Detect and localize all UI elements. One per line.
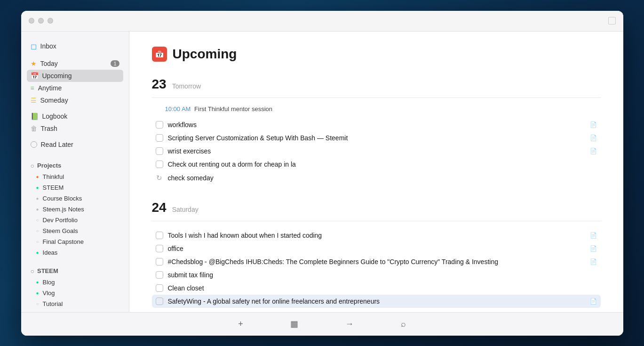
sidebar-item-today[interactable]: ★ Today 1 [27, 57, 123, 70]
tutorial-icon: ○ [36, 301, 39, 306]
add-task-button[interactable]: + [233, 316, 248, 332]
steem-section-header[interactable]: ○ STEEM [27, 266, 123, 277]
dev-portfolio-icon: ○ [36, 217, 39, 223]
task-checkbox-dorm[interactable] [156, 161, 163, 168]
blog-icon: ● [36, 280, 39, 285]
sidebar-item-someday[interactable]: ☰ Someday [27, 94, 123, 106]
calendar-view-button[interactable]: ▦ [286, 316, 303, 332]
task-item-tools[interactable]: Tools I wish I had known about when I st… [152, 229, 601, 242]
maximize-button[interactable] [48, 18, 53, 24]
task-item-safetywing[interactable]: SafetyWing - A global safety net for onl… [152, 295, 601, 308]
sidebar-upcoming-label: Upcoming [42, 72, 72, 80]
repeat-icon: ↻ [156, 174, 163, 182]
task-item-dorm[interactable]: Check out renting out a dorm for cheap i… [152, 158, 601, 171]
task-note-icon-wrist: 📄 [590, 148, 597, 154]
sidebar-item-anytime[interactable]: ≡ Anytime [27, 82, 123, 94]
sidebar-item-upcoming[interactable]: 📅 Upcoming [27, 70, 123, 82]
expand-button[interactable] [608, 17, 616, 24]
upcoming-icon: 📅 [31, 72, 39, 80]
task-item-closet[interactable]: Clean closet [152, 282, 601, 295]
trash-icon: 🗑 [31, 125, 37, 132]
sidebar-item-dev-portfolio[interactable]: ○ Dev Portfolio [27, 215, 123, 225]
projects-section-label: Projects [37, 162, 61, 169]
sidebar-someday-label: Someday [40, 97, 68, 104]
projects-section-header[interactable]: ○ Projects [27, 160, 123, 171]
page-icon: 📅 [152, 47, 167, 62]
task-item-cheds[interactable]: #Chedsblog - @BigCheds IHUB:Cheds: The C… [152, 255, 601, 268]
task-item-scripting[interactable]: Scripting Server Customization & Setup W… [152, 131, 601, 145]
task-checkbox-scripting[interactable] [156, 134, 163, 142]
task-note-icon-cheds: 📄 [590, 258, 597, 265]
minimize-button[interactable] [38, 18, 44, 24]
sidebar-item-steem-goals[interactable]: ○ Steem Goals [27, 225, 123, 236]
sidebar-read-later-label: Read Later [41, 141, 73, 148]
task-checkbox-safetywing[interactable] [156, 298, 163, 305]
search-button[interactable]: ⌕ [396, 316, 411, 332]
sidebar-top: ◻ Inbox ★ Today 1 📅 Upcoming ≡ Anytime [21, 32, 129, 154]
steem-goals-icon: ○ [36, 228, 39, 233]
task-checkbox-cheds[interactable] [156, 258, 163, 266]
someday-icon: ☰ [31, 97, 37, 104]
close-button[interactable] [29, 18, 34, 24]
day-23-num: 23 [152, 77, 167, 92]
sidebar-item-logbook[interactable]: 📗 Logbook [27, 110, 123, 122]
task-item-workflows[interactable]: workflows 📄 [152, 118, 601, 131]
sidebar-item-trash[interactable]: 🗑 Trash [27, 122, 123, 135]
sidebar-item-final-capstone[interactable]: ○ Final Capstone [27, 236, 123, 247]
task-checkbox-office[interactable] [156, 245, 163, 252]
sidebar-item-blog[interactable]: ● Blog [27, 277, 123, 288]
thinkful-label: Thinkful [43, 173, 64, 180]
move-button[interactable]: → [341, 316, 358, 332]
anytime-icon: ≡ [31, 84, 34, 92]
task-item-someday[interactable]: ↻ check someday [152, 171, 601, 185]
sidebar-item-tutorial[interactable]: ○ Tutorial [27, 298, 123, 309]
sidebar-item-inbox[interactable]: ◻ Inbox [27, 39, 123, 54]
steem-js-notes-icon: ● [36, 207, 39, 212]
steem-js-notes-label: Steem.js Notes [43, 206, 84, 213]
time-task-text: First Thinkful mentor session [194, 105, 272, 113]
time-text: 10:00 AM [165, 105, 191, 113]
sidebar-item-read-later[interactable]: Read Later [27, 138, 123, 151]
ideas-icon: ● [36, 250, 39, 255]
task-list-24: Tools I wish I had known about when I st… [152, 229, 601, 308]
read-later-icon [31, 141, 37, 148]
task-checkbox-wrist[interactable] [156, 147, 163, 155]
task-note-icon-safetywing: 📄 [590, 298, 597, 305]
sidebar-item-vlog[interactable]: ● Vlog [27, 288, 123, 298]
task-text-wrist: wrist exercises [168, 147, 585, 155]
thinkful-icon: ● [36, 174, 39, 179]
sidebar-item-steem[interactable]: ● STEEM [27, 182, 123, 193]
task-checkbox-closet[interactable] [156, 284, 163, 292]
task-note-icon-scripting: 📄 [590, 135, 597, 141]
task-item-tax[interactable]: submit tax filing [152, 268, 601, 282]
sidebar-logbook-label: Logbook [42, 113, 68, 120]
section-23-time: 10:00 AM First Thinkful mentor session [152, 105, 601, 113]
logbook-icon: 📗 [31, 113, 39, 120]
bottom-toolbar: + ▦ → ⌕ [21, 312, 623, 336]
course-blocks-label: Course Blocks [43, 195, 82, 202]
sidebar-item-steem-js-notes[interactable]: ● Steem.js Notes [27, 204, 123, 215]
search-icon: ⌕ [401, 319, 406, 329]
task-item-wrist[interactable]: wrist exercises 📄 [152, 145, 601, 158]
section-23: 23 Tomorrow 10:00 AM First Thinkful ment… [152, 77, 601, 185]
sidebar: ◻ Inbox ★ Today 1 📅 Upcoming ≡ Anytime [21, 32, 129, 312]
task-checkbox-tax[interactable] [156, 271, 163, 279]
page-header: 📅 Upcoming [152, 47, 601, 62]
sidebar-item-course-blocks[interactable]: ● Course Blocks [27, 193, 123, 204]
sidebar-item-thinkful[interactable]: ● Thinkful [27, 171, 123, 182]
dev-portfolio-label: Dev Portfolio [43, 217, 78, 224]
task-text-scripting: Scripting Server Customization & Setup W… [168, 134, 585, 142]
app-window: ◻ Inbox ★ Today 1 📅 Upcoming ≡ Anytime [21, 11, 623, 336]
task-checkbox-tools[interactable] [156, 232, 163, 239]
task-list-23: workflows 📄 Scripting Server Customizati… [152, 118, 601, 185]
task-note-icon-office: 📄 [590, 245, 597, 252]
task-checkbox-workflows[interactable] [156, 121, 163, 129]
course-blocks-icon: ● [36, 196, 39, 201]
task-text-cheds: #Chedsblog - @BigCheds IHUB:Cheds: The C… [168, 258, 585, 266]
page-title: Upcoming [173, 47, 237, 62]
sidebar-item-ideas[interactable]: ● Ideas [27, 247, 123, 258]
vlog-icon: ● [36, 290, 39, 296]
sidebar-trash-label: Trash [41, 125, 57, 132]
task-item-office[interactable]: office 📄 [152, 242, 601, 255]
steem-icon: ● [36, 185, 39, 190]
